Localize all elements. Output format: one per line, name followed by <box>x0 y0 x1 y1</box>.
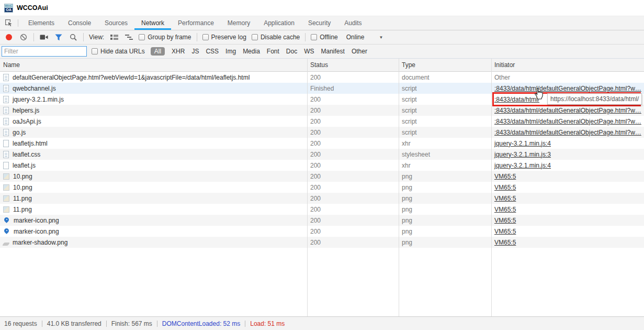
request-name-cell[interactable]: 10.png <box>0 184 307 191</box>
tab-performance[interactable]: Performance <box>171 16 221 30</box>
initiator-link[interactable]: VM65:5 <box>494 217 516 224</box>
request-type: script <box>399 96 491 103</box>
initiator-link[interactable]: :8433/data/html/defaultGeneralObjectPage… <box>494 107 641 114</box>
clear-button[interactable] <box>19 32 28 42</box>
tab-memory[interactable]: Memory <box>221 16 257 30</box>
initiator-link[interactable]: VM65:5 <box>494 184 516 191</box>
chevron-down-icon[interactable]: ▼ <box>379 35 383 40</box>
column-header-status[interactable]: Status <box>307 61 399 69</box>
request-name-cell[interactable]: 10.png <box>0 173 307 180</box>
request-name-cell[interactable]: jquery-3.2.1.min.js <box>0 96 307 103</box>
preserve-log-checkbox[interactable]: Preserve log <box>202 34 246 41</box>
initiator-link[interactable]: VM65:5 <box>494 195 516 202</box>
tab-application[interactable]: Application <box>257 16 301 30</box>
table-row[interactable]: leafletjs.html200xhrjquery-3.2.1.min.js:… <box>0 138 644 149</box>
initiator-tooltip: https://localhost:8433/data/html/ <box>547 93 642 105</box>
request-name-cell[interactable]: marker-icon.png <box>0 217 307 224</box>
request-name-cell[interactable]: qwebchannel.js <box>0 85 307 92</box>
hide-data-urls-checkbox[interactable]: Hide data URLs <box>92 48 145 55</box>
type-filter-media[interactable]: Media <box>243 48 260 55</box>
type-filter-css[interactable]: CSS <box>206 48 219 55</box>
search-icon[interactable] <box>69 32 78 42</box>
request-name-cell[interactable]: defaultGeneralObjectPage.html?webViewId=… <box>0 74 307 81</box>
tab-console[interactable]: Console <box>61 16 98 30</box>
column-header-name[interactable]: Name <box>0 61 307 69</box>
divider <box>197 33 197 41</box>
initiator-link[interactable]: VM65:5 <box>494 239 516 246</box>
table-row[interactable]: 10.png200pngVM65:5 <box>0 182 644 193</box>
large-rows-icon[interactable] <box>109 32 119 42</box>
screenshot-camera-icon[interactable] <box>39 32 49 42</box>
request-type: xhr <box>399 162 491 169</box>
table-row[interactable]: helpers.js200script:8433/data/html/defau… <box>0 105 644 116</box>
table-row[interactable]: marker-icon.png200pngVM65:5 <box>0 226 644 237</box>
type-filter-other[interactable]: Other <box>352 48 367 55</box>
initiator-link[interactable]: VM65:5 <box>494 206 516 213</box>
table-row[interactable]: leaflet.js200xhrjquery-3.2.1.min.js:4 <box>0 160 644 171</box>
overview-waterfall-icon[interactable] <box>124 32 133 42</box>
record-button[interactable] <box>4 32 14 42</box>
type-filter-all[interactable]: All <box>151 47 165 56</box>
throttling-select[interactable]: Online <box>346 34 365 41</box>
column-header-initiator[interactable]: Initiator <box>491 61 644 69</box>
tab-audits[interactable]: Audits <box>337 16 368 30</box>
request-name-cell[interactable]: leaflet.css <box>0 151 307 158</box>
table-row[interactable]: 11.png200pngVM65:5 <box>0 193 644 204</box>
request-name-cell[interactable]: go.js <box>0 129 307 136</box>
tab-elements[interactable]: Elements <box>21 16 61 30</box>
table-row[interactable]: leaflet.css200stylesheetjquery-3.2.1.min… <box>0 149 644 160</box>
initiator-link[interactable]: VM65:5 <box>494 228 516 235</box>
request-status: 200 <box>307 217 399 224</box>
table-row[interactable]: oaJsApi.js200script:8433/data/html/defau… <box>0 116 644 127</box>
table-row[interactable]: 11.png200pngVM65:5 <box>0 204 644 215</box>
initiator-link[interactable]: :8433/data/html/defaultGeneralObjectPage… <box>494 118 641 125</box>
request-name-cell[interactable]: leaflet.js <box>0 162 307 169</box>
type-filter-js[interactable]: JS <box>191 48 199 55</box>
request-name-cell[interactable]: 11.png <box>0 195 307 202</box>
request-initiator-cell: :8433/data/html/defaultGeneralObjectPage… <box>491 85 644 92</box>
request-name-cell[interactable]: oaJsApi.js <box>0 118 307 125</box>
request-name-cell[interactable]: marker-icon.png <box>0 228 307 235</box>
type-filter-font[interactable]: Font <box>267 48 279 55</box>
table-row[interactable]: go.js200script:8433/data/html/defaultGen… <box>0 127 644 138</box>
request-name-cell[interactable]: 11.png <box>0 206 307 213</box>
type-filter-ws[interactable]: WS <box>304 48 314 55</box>
request-name-cell[interactable]: marker-shadow.png <box>0 239 307 246</box>
table-row[interactable]: 10.png200pngVM65:5 <box>0 171 644 182</box>
initiator-link[interactable]: jquery-3.2.1.min.js:3 <box>494 151 551 158</box>
column-divider[interactable] <box>399 59 399 316</box>
hand-cursor-icon <box>533 86 545 100</box>
checkbox-icon <box>252 34 258 40</box>
filter-funnel-icon[interactable] <box>54 32 63 42</box>
initiator-link[interactable]: VM65:5 <box>494 173 516 180</box>
tab-network[interactable]: Network <box>134 16 171 30</box>
request-name: helpers.js <box>13 107 39 114</box>
tab-security[interactable]: Security <box>301 16 337 30</box>
column-header-type[interactable]: Type <box>399 61 491 69</box>
table-row[interactable]: qwebchannel.jsFinishedscript:8433/data/h… <box>0 83 644 94</box>
image-tile-icon <box>3 184 9 191</box>
table-row[interactable]: defaultGeneralObjectPage.html?webViewId=… <box>0 72 644 83</box>
load-time: Load: 51 ms <box>250 320 285 327</box>
initiator-link[interactable]: :8433/data/html/defaultGeneralObjectPage… <box>494 129 641 136</box>
group-by-frame-checkbox[interactable]: Group by frame <box>139 34 191 41</box>
initiator-link[interactable]: jquery-3.2.1.min.js:4 <box>494 162 551 169</box>
request-name-cell[interactable]: leafletjs.html <box>0 140 307 147</box>
type-filter-xhr[interactable]: XHR <box>172 48 185 55</box>
column-divider[interactable] <box>307 59 308 316</box>
type-filter-doc[interactable]: Doc <box>286 48 297 55</box>
offline-checkbox[interactable]: Offline <box>311 34 337 41</box>
initiator-link[interactable]: :8433/data/html/defaultGeneralObjectPage… <box>494 85 641 92</box>
initiator-link[interactable]: jquery-3.2.1.min.js:4 <box>494 140 551 147</box>
filter-input[interactable] <box>2 46 87 57</box>
request-name-cell[interactable]: helpers.js <box>0 107 307 114</box>
table-row[interactable]: marker-shadow.png200pngVM65:5 <box>0 237 644 248</box>
tab-sources[interactable]: Sources <box>98 16 134 30</box>
column-divider[interactable] <box>491 59 492 316</box>
inspect-element-button[interactable] <box>0 16 18 30</box>
dom-content-loaded-time: DOMContentLoaded: 52 ms <box>162 320 240 327</box>
type-filter-img[interactable]: Img <box>225 48 236 55</box>
table-row[interactable]: marker-icon.png200pngVM65:5 <box>0 215 644 226</box>
disable-cache-checkbox[interactable]: Disable cache <box>252 34 300 41</box>
type-filter-manifest[interactable]: Manifest <box>321 48 345 55</box>
